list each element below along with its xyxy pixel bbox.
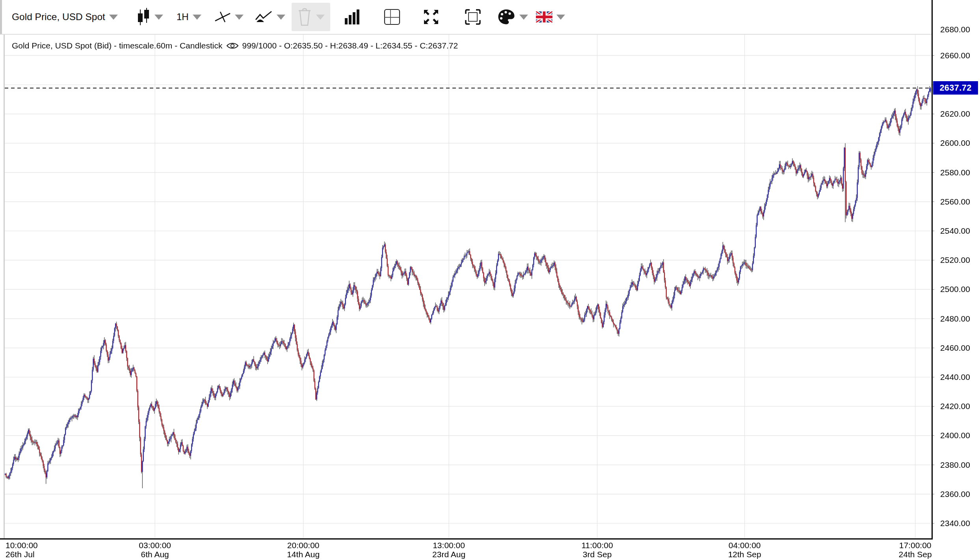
- price-axis-label: 2400.00: [932, 430, 978, 441]
- price-axis-label: 2620.00: [932, 109, 978, 119]
- price-axis-label: 2440.00: [932, 372, 978, 382]
- price-axis-label: 2600.00: [932, 138, 978, 148]
- chevron-down-icon: [193, 15, 201, 20]
- toolbar-separator: [0, 34, 932, 35]
- trendline-icon: [214, 9, 231, 24]
- price-axis-label: 2340.00: [932, 518, 978, 528]
- histogram-bars-icon: [344, 9, 361, 25]
- price-axis-label: 2680.00: [932, 24, 978, 35]
- trash-icon: [297, 8, 312, 26]
- chevron-down-icon: [519, 15, 528, 20]
- last-price-tag: 2637.72: [933, 81, 978, 95]
- price-axis-label: 2520.00: [932, 255, 978, 265]
- chevron-down-icon: [109, 15, 118, 20]
- gold-price-chart-app: Gold Price, USD Spot 1H: [0, 0, 980, 560]
- price-axis-label: 2560.00: [932, 197, 978, 207]
- chevron-down-icon: [277, 15, 285, 20]
- time-axis-label: 17:00:0024th Sep: [899, 541, 932, 559]
- eye-icon[interactable]: [226, 42, 239, 50]
- price-axis-label: 2460.00: [932, 343, 978, 353]
- price-axis-label: 2480.00: [932, 314, 978, 324]
- symbol-label: Gold Price, USD Spot: [12, 11, 105, 22]
- timeframe-label: 1H: [177, 11, 189, 22]
- grid-settings-button[interactable]: [383, 0, 401, 34]
- delete-drawings-button[interactable]: [292, 3, 330, 31]
- chart-title: Gold Price, USD Spot (Bid) - timescale.6…: [12, 41, 458, 50]
- zigzag-indicator-icon: [255, 10, 273, 24]
- appearance-button[interactable]: [497, 0, 528, 34]
- chart-title-series: Gold Price, USD Spot (Bid) - timescale.6…: [12, 41, 223, 50]
- price-axis-label: 2420.00: [932, 401, 978, 411]
- time-axis-label: 11:00:003rd Sep: [581, 541, 613, 559]
- uk-flag-icon: [536, 11, 552, 22]
- chevron-down-icon: [154, 15, 163, 20]
- candlestick-icon: [136, 8, 151, 26]
- chart-toolbar: Gold Price, USD Spot 1H: [0, 0, 932, 35]
- timeframe-selector[interactable]: 1H: [177, 0, 201, 34]
- language-selector[interactable]: [536, 0, 565, 34]
- price-axis-label: 2360.00: [932, 489, 978, 499]
- chevron-down-icon: [316, 15, 325, 20]
- palette-icon: [497, 9, 515, 25]
- time-axis-label: 10:00:0026th Jul: [6, 541, 38, 559]
- chart-style-button[interactable]: [136, 0, 163, 34]
- trendline-tool-button[interactable]: [214, 0, 244, 34]
- symbol-selector[interactable]: Gold Price, USD Spot: [12, 0, 118, 34]
- time-axis-label: 20:00:0014th Aug: [287, 541, 320, 559]
- volume-histogram-button[interactable]: [344, 0, 361, 34]
- fullscreen-button[interactable]: [423, 0, 439, 34]
- snapshot-frame-button[interactable]: [465, 0, 481, 34]
- indicators-button[interactable]: [255, 0, 285, 34]
- chart-title-ohlc: 999/1000 - O:2635.50 - H:2638.49 - L:263…: [242, 41, 458, 50]
- expand-arrows-icon: [423, 9, 439, 25]
- chevron-down-icon: [556, 15, 565, 20]
- price-axis-label: 2500.00: [932, 284, 978, 294]
- price-axis-label: 2380.00: [932, 460, 978, 470]
- price-axis-label: 2660.00: [932, 50, 978, 61]
- time-axis-label: 04:00:0012th Sep: [728, 541, 761, 559]
- price-axis-label: 2580.00: [932, 167, 978, 178]
- frame-corners-icon: [465, 9, 481, 25]
- window-edge-strip: [0, 0, 2, 35]
- time-axis-label: 03:00:006th Aug: [139, 541, 171, 559]
- price-axis-label: 2540.00: [932, 226, 978, 236]
- time-axis-label: 13:00:0023rd Aug: [432, 541, 465, 559]
- grid-crosshair-icon: [383, 8, 401, 26]
- chevron-down-icon: [235, 15, 244, 20]
- candlestick-chart-canvas[interactable]: [0, 0, 980, 560]
